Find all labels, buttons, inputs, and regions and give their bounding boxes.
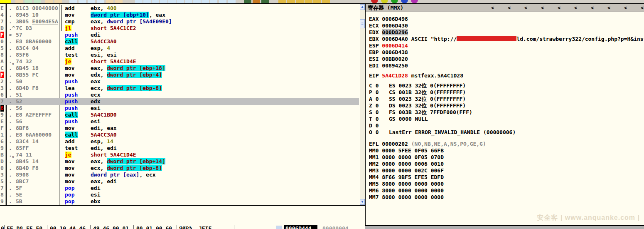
toolbar-button[interactable] xyxy=(305,0,312,3)
pane-chevron-icon[interactable]: < xyxy=(541,5,544,11)
address-cell[interactable]: 5 xyxy=(0,178,4,185)
flag-row[interactable]: A 0SS 0023 32位 0(FFFFFFFF) xyxy=(369,96,466,102)
register-row-ecx[interactable]: ECX 0006D430 xyxy=(369,22,408,29)
address-cell[interactable]: 7 xyxy=(0,18,4,25)
toolbar-button[interactable] xyxy=(244,0,251,3)
toolbar-button[interactable] xyxy=(253,0,260,3)
stack-top-address[interactable]: 0006D444 xyxy=(284,225,317,229)
disasm-row[interactable]: E.81C3 00040000addebx, 400 xyxy=(0,5,359,12)
address-cell[interactable]: 1 xyxy=(0,132,4,138)
disasm-row[interactable]: 6.83C4 14addesp, 14 xyxy=(0,138,359,145)
address-cell[interactable]: B xyxy=(0,152,4,158)
toolbar-button[interactable] xyxy=(177,0,184,3)
address-cell[interactable]: F xyxy=(0,32,4,38)
toolbar-button[interactable] xyxy=(79,0,86,3)
disasm-row[interactable]: E.56pushesi xyxy=(0,118,359,125)
pane-chevron-icon[interactable]: < xyxy=(558,5,560,11)
disasm-row[interactable]: F>57pushedi xyxy=(0,32,359,38)
stack-lock-button[interactable] xyxy=(276,226,282,229)
mmx-row-mm6[interactable]: MM6 8000 0000 0000 0000 xyxy=(369,187,444,194)
register-row-ebx[interactable]: EBX 0006D4A0 ASCII "http://ld.com/strawb… xyxy=(369,36,644,42)
disasm-row[interactable]: C.8B45 18moveax, dword ptr [ebp+18] xyxy=(0,65,359,72)
address-cell[interactable]: 9 xyxy=(0,145,4,152)
disasm-row[interactable]: 9.5Bpopebx xyxy=(0,198,359,205)
register-row-eax[interactable]: EAX 0006D498 xyxy=(369,16,408,22)
disasm-row[interactable]: 9.E8 A2FEFFFFcall5A4C1BD0 xyxy=(0,112,359,118)
pane-chevron-icon[interactable]: < xyxy=(591,5,594,11)
flag-row[interactable]: S 0FS 003B 32位 7FFDF000(FFF) xyxy=(369,109,472,116)
pane-chevron-icon[interactable]: < xyxy=(491,5,494,11)
toolbar-button[interactable] xyxy=(261,0,269,3)
pane-chevron-icon[interactable]: < xyxy=(524,5,527,11)
disasm-row[interactable]: D.8B45 14moveax, dword ptr [ebp+14] xyxy=(0,158,359,165)
disasm-row[interactable]: 5.8BC7moveax, edi xyxy=(0,178,359,185)
toolbar-button[interactable] xyxy=(185,0,192,3)
toolbar-button[interactable] xyxy=(15,0,23,3)
disasm-row[interactable]: F.8BF8movedi, eax xyxy=(0,125,359,132)
scroll-down-button[interactable]: ▼ xyxy=(360,199,365,205)
toolbar-button[interactable] xyxy=(106,0,113,3)
flag-row[interactable]: P 0CS 001B 32位 0(FFFFFFFF) xyxy=(369,89,466,96)
toolbar-button[interactable] xyxy=(193,0,201,3)
address-cell[interactable]: D xyxy=(0,25,4,32)
flag-row[interactable]: C 0ES 0023 32位 0(FFFFFFFF) xyxy=(369,82,466,89)
toolbar-button[interactable] xyxy=(322,0,330,3)
mmx-row-mm5[interactable]: MM5 8000 0000 0000 0000 xyxy=(369,181,444,187)
flag-row[interactable]: T 0GS 0000 NULL xyxy=(369,116,428,122)
scroll-thumb[interactable]: ≡ xyxy=(360,19,365,28)
address-cell[interactable]: 7 xyxy=(0,98,4,105)
address-cell[interactable]: A xyxy=(0,58,4,65)
address-cell[interactable]: 6 xyxy=(0,138,4,145)
address-cell[interactable]: 9 xyxy=(0,198,4,205)
toolbar-button[interactable] xyxy=(143,0,151,3)
disasm-row[interactable]: 6.51pushecx xyxy=(0,92,359,98)
flag-row[interactable]: Z 0DS 0023 32位 0(FFFFFFFF) xyxy=(369,102,466,109)
address-cell[interactable]: E xyxy=(0,118,4,125)
address-cell[interactable]: 7 xyxy=(0,185,4,192)
disasm-row[interactable]: 5.83C4 04addesp, 4 xyxy=(0,45,359,52)
address-cell[interactable]: 6 xyxy=(0,92,4,98)
address-cell[interactable]: 4 xyxy=(0,12,4,18)
disasm-row[interactable]: 4.8945 10movdword ptr [ebp+10], eax xyxy=(0,12,359,18)
pane-chevron-icon[interactable]: < xyxy=(641,5,644,11)
disassembly-panel[interactable]: E.81C3 00040000addebx, 4004.8945 10movdw… xyxy=(0,3,365,206)
disasm-row[interactable]: 7.52pushedx xyxy=(0,98,359,105)
dump-panel[interactable]: 0 FF D8 FF E0 00 10 4A 46 49 46 00 01 00… xyxy=(0,206,365,229)
toolbar-button[interactable] xyxy=(168,0,176,3)
toolbar-button[interactable] xyxy=(287,0,295,3)
disassembly-scrollbar[interactable]: ▲ ≡ ▼ xyxy=(360,4,365,205)
registers-header[interactable]: 寄存器 (MMX) <<<<<<<<<< xyxy=(366,4,644,12)
mmx-row-mm2[interactable]: MM2 0000 0000 0006 0010 xyxy=(369,161,444,167)
disasm-row[interactable]: 0.8B4D F8movecx, dword ptr [ebp-8] xyxy=(0,165,359,172)
toolbar-button[interactable] xyxy=(54,0,62,3)
pane-chevron-icon[interactable]: < xyxy=(607,5,610,11)
address-cell[interactable]: 3 xyxy=(0,85,4,92)
flag-row[interactable]: D 0 xyxy=(369,122,389,129)
pane-chevron-icon[interactable]: < xyxy=(624,5,627,11)
disasm-row[interactable]: 8.56pushesi xyxy=(0,105,359,112)
register-row-edi[interactable]: EDI 00894250 xyxy=(369,62,408,69)
toolbar-button[interactable] xyxy=(401,0,408,3)
disasm-row[interactable]: D.^7C D3jlshort 5A4C1CE2 xyxy=(0,25,359,32)
toolbar-button[interactable] xyxy=(88,0,95,3)
scroll-up-button[interactable]: ▲ xyxy=(360,4,365,10)
mmx-row-mm7[interactable]: MM7 8000 0000 0000 0000 xyxy=(369,194,444,201)
registers-panel[interactable]: 寄存器 (MMX) <<<<<<<<<< EAX 0006D498ECX 000… xyxy=(365,3,644,226)
toolbar-button[interactable] xyxy=(0,0,11,3)
disasm-row[interactable]: 7.5Fpopedi xyxy=(0,185,359,192)
address-cell[interactable]: 3 xyxy=(0,172,4,178)
toolbar-button[interactable] xyxy=(411,0,418,3)
register-row-esp[interactable]: ESP 0006D414 xyxy=(369,42,408,49)
mmx-row-mm3[interactable]: MM3 0000 0000 002C 006F xyxy=(369,167,444,174)
disasm-row[interactable]: F.8B55 FCmovedx, dword ptr [ebp-4] xyxy=(0,72,359,78)
toolbar-button[interactable] xyxy=(219,0,226,3)
address-cell[interactable]: F xyxy=(0,72,4,78)
address-cell[interactable]: C xyxy=(0,65,4,72)
register-row-ebp[interactable]: EBP 0006D438 xyxy=(369,49,408,56)
address-cell[interactable]: 5 xyxy=(0,45,4,52)
disasm-row[interactable]: 2.50pusheax xyxy=(0,78,359,85)
toolbar-button[interactable] xyxy=(210,0,217,3)
toolbar-button[interactable] xyxy=(34,0,41,3)
address-cell[interactable]: 2 xyxy=(0,78,4,85)
disasm-row[interactable]: 3.8908movdword ptr [eax], ecx xyxy=(0,172,359,178)
